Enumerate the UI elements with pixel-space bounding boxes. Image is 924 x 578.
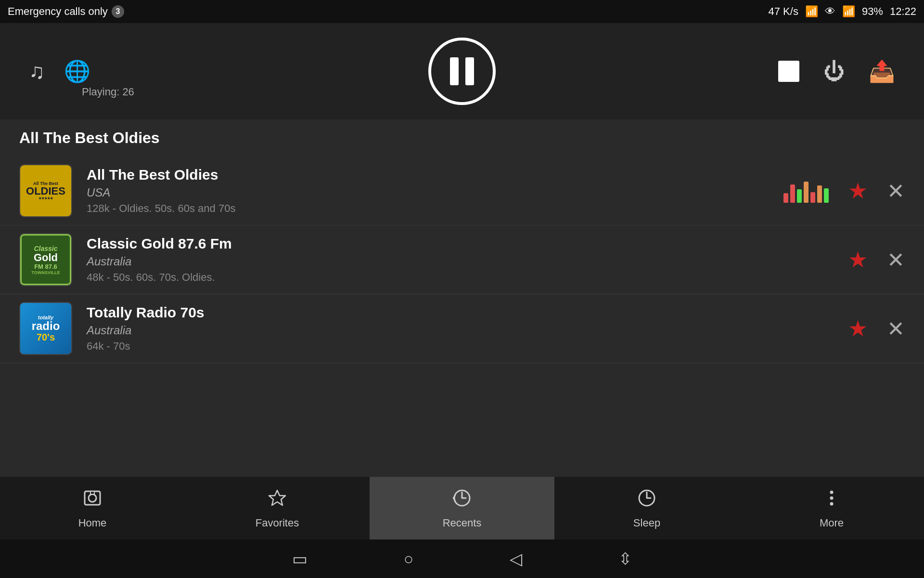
remove-button-3[interactable]: ✕: [887, 316, 905, 341]
station-desc: 48k - 50s. 60s. 70s. Oldies.: [87, 271, 834, 284]
station-list: All The Best OLDIES ★★★★★ All The Best O…: [0, 157, 924, 363]
music-icon[interactable]: ♫: [29, 59, 45, 83]
favorite-button-1[interactable]: ★: [848, 178, 868, 204]
status-bar-right: 47 K/s 📶 👁 📶 93% 12:22: [769, 5, 916, 18]
nav-label-favorites: Favorites: [256, 517, 299, 529]
nav-item-more[interactable]: More: [739, 477, 924, 539]
favorites-icon: [267, 487, 288, 513]
equalizer: [783, 179, 829, 203]
system-nav: ▭ ○ ◁ ⇳: [0, 539, 924, 578]
system-square-button[interactable]: ▭: [292, 549, 308, 568]
page-title: All The Best Oldies: [19, 129, 905, 147]
station-logo-2: Classic Gold FM 87.6 TOWNSVILLE: [19, 233, 72, 286]
emergency-text: Emergency calls only: [8, 5, 108, 18]
share-icon[interactable]: 📤: [869, 59, 895, 84]
page-title-bar: All The Best Oldies: [0, 119, 924, 157]
nav-item-favorites[interactable]: Favorites: [185, 477, 370, 539]
power-icon[interactable]: ⏻: [823, 59, 845, 83]
favorite-button-2[interactable]: ★: [848, 247, 868, 273]
globe-icon[interactable]: 🌐: [64, 59, 90, 84]
nav-item-sleep[interactable]: Sleep: [554, 477, 739, 539]
system-download-button[interactable]: ⇳: [618, 549, 632, 568]
svg-marker-3: [269, 490, 285, 505]
top-left-icons: ♫ 🌐: [29, 59, 90, 84]
notification-badge: 3: [112, 5, 124, 18]
eq-bar: [790, 184, 795, 203]
remove-button-2[interactable]: ✕: [887, 248, 905, 272]
station-item[interactable]: All The Best OLDIES ★★★★★ All The Best O…: [0, 157, 924, 225]
system-back-button[interactable]: ◁: [510, 549, 522, 568]
eq-bar: [783, 193, 788, 203]
station-actions-2: ★ ✕: [848, 247, 905, 273]
station-logo-3: totally radio 70's: [19, 302, 72, 355]
eye-icon: 👁: [825, 5, 835, 18]
station-country: Australia: [87, 255, 834, 268]
clock: 12:22: [890, 5, 916, 18]
nav-label-sleep: Sleep: [633, 517, 660, 529]
recents-icon: [451, 487, 473, 513]
pause-bar-right: [465, 57, 474, 85]
station-logo-1: All The Best OLDIES ★★★★★: [19, 164, 72, 217]
pause-bar-left: [450, 57, 459, 85]
svg-point-6: [830, 490, 834, 494]
station-info-2: Classic Gold 87.6 Fm Australia 48k - 50s…: [87, 236, 834, 284]
eq-bar: [817, 185, 822, 203]
nav-label-more: More: [820, 517, 844, 529]
home-icon: [82, 487, 103, 513]
svg-rect-2: [90, 491, 94, 494]
nav-item-home[interactable]: Home: [0, 477, 185, 539]
eq-bar: [804, 182, 808, 203]
station-item[interactable]: totally radio 70's Totally Radio 70s Aus…: [0, 294, 924, 363]
pause-icon: [450, 57, 474, 85]
bottom-nav: Home Favorites Recents Sleep: [0, 477, 924, 539]
wifi-icon: 📶: [842, 5, 855, 18]
eq-bar: [824, 188, 829, 203]
status-bar-left: Emergency calls only 3: [8, 5, 124, 18]
station-desc: 128k - Oldies. 50s. 60s and 70s: [87, 202, 769, 215]
station-country: USA: [87, 186, 769, 199]
stop-button[interactable]: [778, 61, 799, 82]
favorite-button-3[interactable]: ★: [848, 315, 868, 342]
nav-label-recents: Recents: [443, 517, 482, 529]
svg-point-7: [830, 496, 834, 499]
nav-label-home: Home: [78, 517, 107, 529]
system-home-button[interactable]: ○: [404, 550, 414, 568]
remove-button-1[interactable]: ✕: [887, 179, 905, 203]
station-item[interactable]: Classic Gold FM 87.6 TOWNSVILLE Classic …: [0, 225, 924, 294]
eq-bar: [797, 189, 802, 203]
station-desc: 64k - 70s: [87, 340, 834, 353]
bluetooth-icon: 📶: [805, 5, 818, 18]
station-info-3: Totally Radio 70s Australia 64k - 70s: [87, 304, 834, 353]
station-country: Australia: [87, 324, 834, 337]
station-name: Classic Gold 87.6 Fm: [87, 236, 834, 252]
station-name: Totally Radio 70s: [87, 304, 834, 321]
svg-point-1: [89, 494, 96, 502]
battery-indicator: 93%: [862, 5, 883, 18]
eq-bar: [810, 192, 815, 203]
station-name: All The Best Oldies: [87, 167, 769, 183]
station-info-1: All The Best Oldies USA 128k - Oldies. 5…: [87, 167, 769, 215]
pause-button[interactable]: [428, 38, 496, 105]
nav-item-recents[interactable]: Recents: [370, 477, 554, 539]
station-actions-1: ★ ✕: [783, 178, 905, 204]
playing-label: Playing: 26: [82, 86, 134, 98]
speed-indicator: 47 K/s: [769, 5, 798, 18]
status-bar: Emergency calls only 3 47 K/s 📶 👁 📶 93% …: [0, 0, 924, 23]
svg-point-8: [830, 502, 834, 505]
top-right-icons: ⏻ 📤: [778, 59, 895, 84]
station-actions-3: ★ ✕: [848, 315, 905, 342]
more-icon: [821, 487, 842, 513]
top-controls: ♫ 🌐 Playing: 26 ⏻ 📤: [0, 23, 924, 119]
sleep-icon: [636, 487, 657, 513]
